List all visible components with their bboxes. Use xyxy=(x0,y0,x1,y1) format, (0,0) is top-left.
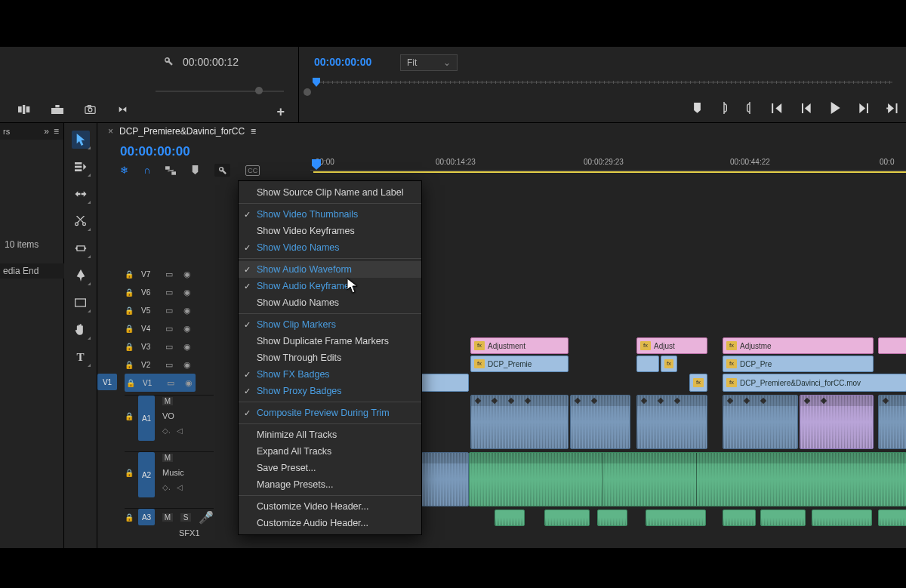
clip-audio[interactable] xyxy=(878,509,906,526)
mute-toggle[interactable]: M xyxy=(162,397,173,405)
work-area-bar[interactable] xyxy=(313,171,906,173)
clip-audio[interactable] xyxy=(760,509,806,526)
pen-tool-icon[interactable] xyxy=(72,266,90,285)
lock-icon[interactable]: 🔒 xyxy=(125,469,134,477)
rectangle-tool-icon[interactable] xyxy=(72,294,90,312)
timeline-display-settings-menu[interactable]: Show Source Clip Name and LabelShow Vide… xyxy=(238,180,422,535)
menu-item[interactable]: Show Video Names xyxy=(239,239,421,256)
source-patch-v1[interactable]: V1 xyxy=(97,374,117,390)
add-marker-icon[interactable] xyxy=(692,103,702,114)
track-header-a1[interactable]: 🔒 A1 M VO ◇.◁ xyxy=(125,395,214,451)
menu-item[interactable]: Show Proxy Badges xyxy=(239,383,421,399)
clip-video[interactable]: fxDCP_Pre xyxy=(723,356,874,372)
step-back-icon[interactable] xyxy=(802,103,812,113)
menu-item[interactable]: Minimize All Tracks xyxy=(239,426,421,443)
clip-adjustment[interactable]: fxAdjustment xyxy=(470,337,569,354)
solo-toggle[interactable]: S xyxy=(180,513,191,522)
toggle-sync-lock-icon[interactable]: ◉ xyxy=(185,378,196,388)
clip-audio[interactable] xyxy=(646,509,706,526)
hand-tool-icon[interactable] xyxy=(72,321,90,339)
clip-audio[interactable] xyxy=(570,395,630,449)
toggle-sync-lock-icon[interactable]: ◉ xyxy=(183,306,194,316)
type-tool-icon[interactable]: T xyxy=(72,348,90,366)
voice-over-icon[interactable]: 🎤 xyxy=(199,510,214,525)
linked-selection-icon[interactable] xyxy=(117,105,128,114)
clip-audio[interactable] xyxy=(495,509,525,526)
track-header-a3[interactable]: 🔒 A3 M S 🎤 SFX1 xyxy=(125,508,214,531)
menu-item[interactable]: Composite Preview During Trim xyxy=(239,405,421,421)
menu-item[interactable]: Show FX Badges xyxy=(239,366,421,383)
menu-item[interactable]: Show Audio Keyframes xyxy=(239,278,421,294)
clip-video[interactable]: fxDCP_Premie xyxy=(470,356,569,372)
clip-audio[interactable] xyxy=(544,509,590,526)
clip-video[interactable]: fxDCP_Premiere&Davinci_forCC.mov xyxy=(723,374,906,392)
lock-icon[interactable]: 🔒 xyxy=(125,288,134,297)
track-select-tool-icon[interactable] xyxy=(72,158,90,176)
keyframe-mode-icon[interactable]: ◇. xyxy=(162,426,171,435)
toggle-output-icon[interactable]: ▭ xyxy=(165,342,176,352)
menu-item[interactable]: Show Audio Waveform xyxy=(239,261,421,278)
toggle-sync-lock-icon[interactable]: ◉ xyxy=(183,324,194,334)
linked-selection-toggle-icon[interactable] xyxy=(165,166,176,175)
mark-out-icon[interactable] xyxy=(746,102,753,114)
clip-audio[interactable] xyxy=(597,509,627,526)
lock-icon[interactable]: 🔒 xyxy=(125,325,134,333)
add-marker-timeline-icon[interactable] xyxy=(191,165,199,175)
lock-icon[interactable]: 🔒 xyxy=(125,361,134,369)
lock-icon[interactable]: 🔒 xyxy=(125,513,134,522)
toggle-output-icon[interactable]: ▭ xyxy=(165,269,176,279)
close-tab-icon[interactable]: × xyxy=(108,126,113,137)
go-to-out-icon[interactable] xyxy=(886,103,898,113)
source-timecode[interactable]: 00:00:00:12 xyxy=(183,56,239,68)
menu-item[interactable]: Customize Audio Header... xyxy=(239,515,421,531)
track-header-v5[interactable]: 🔒V5▭◉ xyxy=(125,301,196,319)
lock-icon[interactable]: 🔒 xyxy=(125,306,134,315)
lock-icon[interactable]: 🔒 xyxy=(125,270,134,279)
overwrite-icon[interactable] xyxy=(51,105,63,114)
timeline-timecode[interactable]: 00:00:00:00 xyxy=(120,144,190,159)
snap-nest-icon[interactable]: ❄ xyxy=(120,165,128,176)
menu-item[interactable]: Show Video Thumbnails xyxy=(239,206,421,223)
sequence-tab[interactable]: × DCP_Premiere&Davinci_forCC ≡ xyxy=(108,126,256,137)
track-header-v3[interactable]: 🔒V3▭◉ xyxy=(125,337,196,356)
selection-tool-icon[interactable] xyxy=(72,131,90,149)
toggle-output-icon[interactable]: ▭ xyxy=(167,378,177,388)
add-button-icon[interactable]: + xyxy=(276,104,285,120)
program-scrub-dot[interactable] xyxy=(304,88,311,96)
menu-item[interactable]: Show Video Keyframes xyxy=(239,223,421,239)
clip-adjustment[interactable]: fxAdjust xyxy=(636,337,707,354)
toggle-sync-lock-icon[interactable]: ◉ xyxy=(183,269,194,279)
program-playhead[interactable] xyxy=(313,78,320,87)
play-icon[interactable] xyxy=(830,102,840,114)
mute-toggle[interactable]: M xyxy=(162,513,173,522)
clip-video[interactable]: fx xyxy=(689,374,707,392)
project-tab-partial[interactable]: rs xyxy=(3,127,10,136)
sequence-menu-icon[interactable]: ≡ xyxy=(251,126,256,137)
toggle-sync-lock-icon[interactable]: ◉ xyxy=(183,288,194,297)
panel-menu-icon[interactable]: ≡ xyxy=(54,126,59,137)
menu-item[interactable]: Show Source Clip Name and Label xyxy=(239,184,421,201)
toggle-output-icon[interactable]: ▭ xyxy=(165,324,176,334)
menu-item[interactable]: Show Clip Markers xyxy=(239,316,421,333)
menu-item[interactable]: Customize Video Header... xyxy=(239,498,421,515)
toggle-output-icon[interactable]: ▭ xyxy=(165,360,176,370)
clip-video[interactable] xyxy=(636,356,659,372)
track-id[interactable]: A3 xyxy=(138,509,155,525)
program-timecode[interactable]: 00:00:00:00 xyxy=(314,56,371,68)
track-header-v6[interactable]: 🔒V6▭◉ xyxy=(125,283,196,301)
source-scrubber[interactable] xyxy=(156,88,284,94)
track-header-v4[interactable]: 🔒V4▭◉ xyxy=(125,319,196,337)
clip-audio[interactable] xyxy=(812,509,872,526)
clip-video[interactable]: fx xyxy=(661,356,677,372)
toggle-output-icon[interactable]: ▭ xyxy=(165,288,176,297)
track-header-v2[interactable]: 🔒V2▭◉ xyxy=(125,356,196,374)
go-to-in-icon[interactable] xyxy=(772,103,784,113)
track-header-v1[interactable]: 🔒V1▭◉ xyxy=(125,374,196,392)
wrench-icon[interactable] xyxy=(163,56,174,66)
menu-item[interactable]: Save Preset... xyxy=(239,460,421,476)
toggle-sync-lock-icon[interactable]: ◉ xyxy=(183,342,194,352)
toggle-sync-lock-icon[interactable]: ◉ xyxy=(183,360,194,370)
clip-audio[interactable] xyxy=(723,395,798,449)
prev-keyframe-icon[interactable]: ◁ xyxy=(177,483,183,491)
lock-icon[interactable]: 🔒 xyxy=(126,379,135,387)
